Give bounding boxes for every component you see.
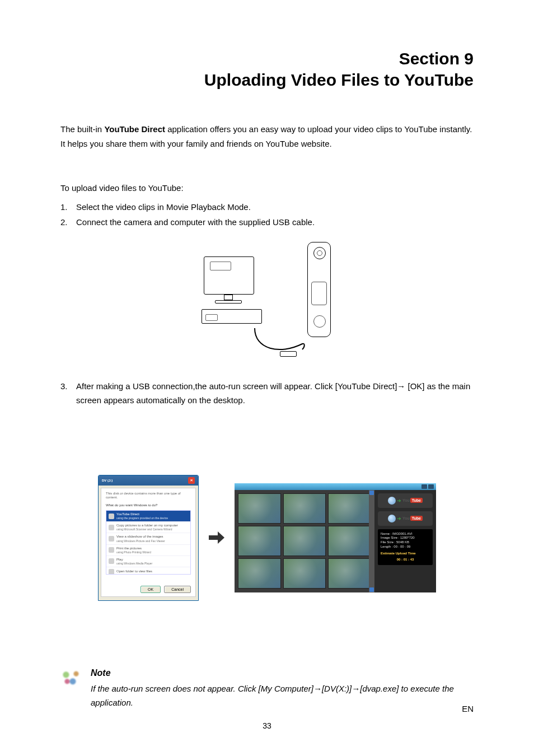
folder-icon [109, 569, 114, 575]
dialog-question: What do you want Windows to do? [106, 503, 191, 507]
opt-label: Print the pictures [116, 547, 142, 550]
video-thumbnail[interactable] [238, 493, 281, 524]
meta-eta-value: 00 : 01 : 43 [381, 558, 430, 562]
page-number: 33 [0, 721, 534, 730]
option-slideshow[interactable]: View a slideshow of the imagesusing Wind… [106, 533, 190, 544]
step-3-text: After making a USB connection,the auto-r… [76, 379, 474, 408]
steps-list: 1. Select the video clips in Movie Playb… [60, 200, 474, 230]
cancel-button[interactable]: Cancel [164, 586, 191, 593]
note-icon [60, 668, 83, 687]
video-thumbnail[interactable] [328, 493, 371, 524]
meta-image-size: Image Size : 1280*720 [381, 536, 430, 540]
option-copy-pictures[interactable]: Copy pictures to a folder on my computer… [106, 522, 190, 533]
dialog-message: This disk or device contains more than o… [106, 492, 191, 501]
video-thumbnail[interactable] [283, 558, 326, 589]
step-2-text: Connect the camera and computer with the… [76, 215, 315, 230]
step-3-number: 3. [60, 379, 76, 408]
video-metadata: Name : IMG0001.AVI Image Size : 1280*720… [378, 529, 433, 566]
scanner-icon [109, 525, 114, 530]
opt-label: Copy pictures to a folder on my computer [116, 524, 178, 527]
note-text: If the auto-run screen does not appear. … [91, 682, 474, 710]
step-1: 1. Select the video clips in Movie Playb… [60, 200, 474, 214]
youtube-direct-app: ➔ YouTube ➔ YouTube Name : IMG0001.AVI I… [235, 483, 436, 592]
opt-sub: using the program provided on the device [116, 516, 168, 520]
youtube-badge: YouTube [402, 498, 423, 503]
scroll-down-icon[interactable] [369, 587, 374, 592]
figure-screenshots-row: DV (J:) × This disk or device contains m… [60, 475, 474, 601]
yt-tube: Tube [410, 516, 423, 521]
section-number: Section 9 [60, 49, 474, 68]
minimize-icon[interactable] [421, 484, 427, 489]
page-title: Uploading Video Files to YouTube [60, 71, 474, 90]
intro-bold: YouTube Direct [104, 124, 165, 134]
yt-you: You [402, 498, 410, 502]
option-open-folder[interactable]: Open folder to view files [106, 567, 190, 575]
opt-label: YouTube Direct [116, 512, 139, 516]
globe-icon [388, 497, 396, 505]
video-thumbnail-grid [235, 490, 374, 592]
intro-pre: The built-in [60, 124, 104, 134]
maximize-icon[interactable] [428, 484, 434, 489]
dialog-body: This disk or device contains more than o… [101, 488, 196, 597]
video-thumbnail[interactable] [238, 558, 281, 589]
step-1-number: 1. [60, 200, 76, 214]
opt-label: Play [116, 558, 123, 561]
option-print[interactable]: Print the picturesusing Photo Printing W… [106, 545, 190, 556]
step-3: 3. After making a USB connection,the aut… [60, 379, 474, 408]
opt-sub: using Microsoft Scanner and Camera Wizar… [116, 528, 178, 531]
step-2: 2. Connect the camera and computer with … [60, 215, 474, 230]
arrow-icon: ➔ [397, 498, 401, 503]
language-indicator: EN [462, 704, 474, 713]
meta-name: Name : IMG0001.AVI [381, 532, 430, 536]
note-title: Note [91, 668, 474, 678]
dialog-option-list[interactable]: YouTube Directusing the program provided… [106, 510, 191, 575]
dialog-titlebar: DV (J:) × [99, 475, 198, 486]
lead-line: To upload video files to YouTube: [60, 181, 474, 195]
yt-you: You [402, 516, 410, 520]
upload-selected-button[interactable]: ➔ YouTube [378, 493, 433, 508]
arrow-right-icon [209, 531, 224, 544]
app-sidebar: ➔ YouTube ➔ YouTube Name : IMG0001.AVI I… [374, 490, 436, 592]
video-thumbnail[interactable] [328, 526, 371, 556]
option-play[interactable]: Playusing Windows Media Player [106, 556, 190, 567]
video-thumbnail[interactable] [283, 526, 326, 556]
figure-camera-computer [202, 242, 333, 362]
app-titlebar [235, 483, 436, 490]
opt-sub: using Photo Printing Wizard [116, 550, 151, 554]
youtube-badge: YouTube [402, 516, 423, 521]
intro-paragraph: The built-in YouTube Direct application … [60, 122, 474, 151]
step-2-number: 2. [60, 215, 76, 230]
meta-length: Length : 00 : 00 : 09 [381, 545, 430, 549]
upload-all-button[interactable]: ➔ YouTube [378, 511, 433, 526]
step-1-text: Select the video clips in Movie Playback… [76, 200, 251, 214]
autorun-icon [109, 514, 114, 519]
opt-sub: using Windows Picture and Fax Viewer [116, 539, 165, 543]
video-thumbnail[interactable] [328, 558, 371, 589]
ok-button[interactable]: OK [140, 586, 161, 593]
note-block: Note If the auto-run screen does not app… [60, 668, 474, 710]
print-icon [109, 547, 114, 553]
globe-icon [388, 515, 396, 522]
scroll-up-icon[interactable] [369, 491, 374, 495]
arrow-icon: ➔ [397, 516, 401, 521]
autorun-dialog: DV (J:) × This disk or device contains m… [98, 475, 199, 601]
close-icon[interactable]: × [188, 477, 195, 484]
option-youtube-direct[interactable]: YouTube Directusing the program provided… [106, 511, 190, 522]
scrollbar[interactable] [369, 490, 374, 592]
yt-tube: Tube [410, 498, 423, 503]
dialog-title-text: DV (J:) [102, 479, 113, 482]
opt-label: View a slideshow of the images [116, 535, 163, 538]
meta-file-size: File Size : 5048 KB [381, 540, 430, 545]
video-thumbnail[interactable] [283, 493, 326, 524]
video-thumbnail[interactable] [238, 526, 281, 556]
opt-sub: using Windows Media Player [116, 562, 152, 565]
meta-eta-label: Estimate Upload Time [381, 552, 430, 556]
opt-label: Open folder to view files [116, 570, 152, 573]
slideshow-icon [109, 536, 114, 542]
play-icon [109, 558, 114, 564]
